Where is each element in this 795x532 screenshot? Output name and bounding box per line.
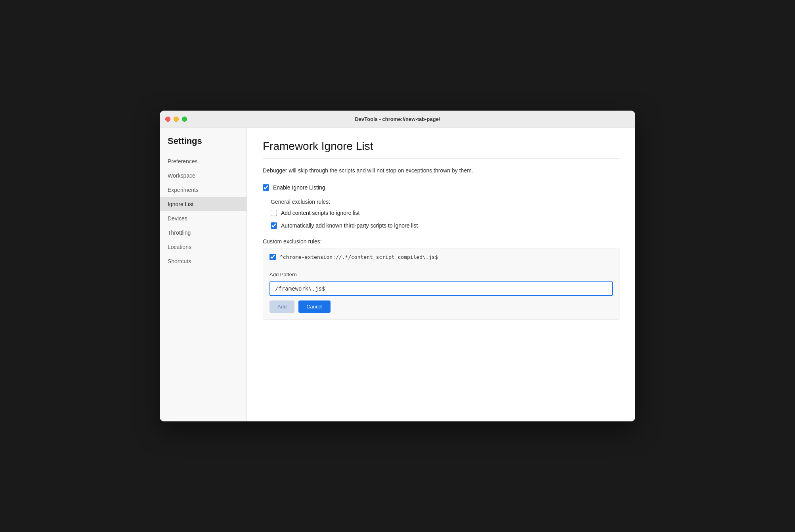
sidebar-heading: Settings xyxy=(160,136,247,154)
add-content-scripts-label[interactable]: Add content scripts to ignore list xyxy=(281,210,359,216)
page-title: Framework Ignore List xyxy=(263,140,619,153)
sidebar-item-workspace[interactable]: Workspace xyxy=(160,168,247,183)
auto-add-third-party-checkbox[interactable] xyxy=(271,222,277,229)
minimize-button[interactable] xyxy=(174,117,179,122)
auto-add-third-party-label[interactable]: Automatically add known third-party scri… xyxy=(281,222,418,229)
sidebar: Settings Preferences Workspace Experimen… xyxy=(160,128,247,421)
buttons-row: Add Cancel xyxy=(269,300,613,313)
custom-rule-text[interactable]: ^chrome-extension://.*/content_script_co… xyxy=(280,254,438,260)
custom-rules-section: ^chrome-extension://.*/content_script_co… xyxy=(263,249,619,265)
add-content-scripts-checkbox[interactable] xyxy=(271,210,277,216)
description-text: Debugger will skip through the scripts a… xyxy=(263,166,619,175)
sidebar-item-devices[interactable]: Devices xyxy=(160,211,247,226)
add-button[interactable]: Add xyxy=(269,300,294,313)
sidebar-item-ignore-list[interactable]: Ignore List xyxy=(160,197,247,211)
general-rules-block: General exclusion rules: Add content scr… xyxy=(263,199,619,229)
sidebar-item-locations[interactable]: Locations xyxy=(160,240,247,254)
add-pattern-label: Add Pattern xyxy=(269,272,613,277)
main-panel: Framework Ignore List Debugger will skip… xyxy=(247,128,635,421)
custom-exclusion-label: Custom exclusion rules: xyxy=(263,238,619,249)
close-button[interactable] xyxy=(165,117,170,122)
enable-ignore-listing-checkbox[interactable] xyxy=(263,184,269,191)
maximize-button[interactable] xyxy=(182,117,187,122)
content-area: Settings Preferences Workspace Experimen… xyxy=(160,128,635,421)
custom-rule-row: ^chrome-extension://.*/content_script_co… xyxy=(269,254,613,260)
auto-add-third-party-row: Automatically add known third-party scri… xyxy=(271,222,619,229)
pattern-input[interactable] xyxy=(269,281,613,296)
add-content-scripts-row: Add content scripts to ignore list xyxy=(271,210,619,216)
devtools-window: DevTools - chrome://new-tab-page/ Settin… xyxy=(160,111,635,421)
sidebar-item-experiments[interactable]: Experiments xyxy=(160,183,247,197)
window-title: DevTools - chrome://new-tab-page/ xyxy=(355,116,440,122)
add-pattern-section: Add Pattern Add Cancel xyxy=(263,265,619,320)
general-exclusion-label: General exclusion rules: xyxy=(271,199,619,205)
titlebar: DevTools - chrome://new-tab-page/ xyxy=(160,111,635,128)
sidebar-item-shortcuts[interactable]: Shortcuts xyxy=(160,254,247,268)
enable-ignore-listing-label[interactable]: Enable Ignore Listing xyxy=(273,184,325,191)
enable-ignore-listing-row: Enable Ignore Listing xyxy=(263,184,619,191)
custom-rule-checkbox[interactable] xyxy=(269,254,276,260)
sidebar-item-throttling[interactable]: Throttling xyxy=(160,226,247,240)
sidebar-item-preferences[interactable]: Preferences xyxy=(160,154,247,168)
title-divider xyxy=(263,158,619,159)
traffic-lights xyxy=(165,117,187,122)
cancel-button[interactable]: Cancel xyxy=(298,300,330,313)
